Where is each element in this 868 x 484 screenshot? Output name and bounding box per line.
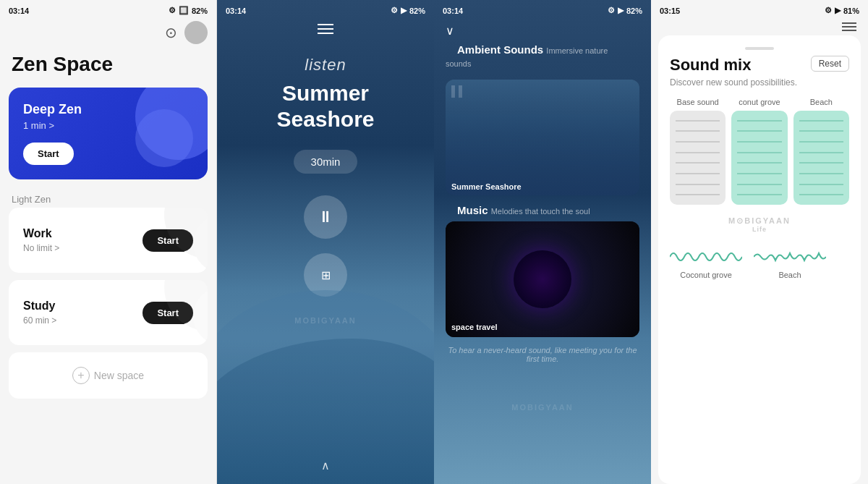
coconut-wave-svg: [670, 246, 742, 268]
sound-col-base: Base sound: [670, 98, 726, 205]
watermark-p4: M⊙BIGYAAN Life: [670, 216, 849, 233]
notification-icon: 🔲: [179, 6, 189, 15]
base-sound-bar[interactable]: [670, 111, 726, 205]
summer-seashore-inner: ▌▌ Summer Seashore: [446, 80, 639, 195]
chevron-down[interactable]: ∨: [434, 18, 651, 43]
study-card-bg: [135, 280, 208, 345]
status-icons-p3: ⚙ ▶ 82%: [608, 6, 642, 15]
beach-label: Beach: [810, 98, 833, 106]
settings-icon-p4: ⚙: [825, 6, 832, 15]
settings-icon: ⚙: [169, 6, 176, 15]
deep-zen-time: 1 min >: [23, 120, 193, 131]
time-p4: 03:15: [660, 7, 680, 15]
sound-mix-card: Sound mix Reset Discover new sound possi…: [658, 35, 861, 484]
panel-listen: 03:14 ⚙ ▶ 82% listen SummerSeashore 30mi…: [217, 0, 434, 484]
ambient-cards-row: ▌▌ Summer Seashore: [434, 74, 651, 201]
sound-col-beach: Beach: [793, 98, 849, 205]
sound-col-coconut: conut grove: [731, 98, 787, 205]
waveform-section: Coconut grove Beach: [670, 240, 849, 285]
up-arrow[interactable]: ∧: [321, 459, 330, 472]
panel-zen-space: 03:14 ⚙ 🔲 82% ⊙ Zen Space Deep Zen 1 min…: [0, 0, 217, 484]
sound-mix-subtitle: Discover new sound possibilities.: [670, 77, 849, 88]
new-space-card[interactable]: + New space: [9, 352, 208, 399]
deep-zen-card: Deep Zen 1 min > Start: [9, 88, 208, 179]
panel-ambient: 03:14 ⚙ ▶ 82% ∨ Ambient Sounds Immersive…: [434, 0, 651, 484]
page-title: Zen Space: [0, 50, 216, 88]
space-travel-card[interactable]: space travel: [446, 221, 639, 337]
time-p1: 03:14: [9, 7, 29, 15]
status-icons-p1: ⚙ 🔲 82%: [169, 6, 208, 15]
reset-button[interactable]: Reset: [811, 56, 849, 72]
music-title: Music Melodies that touch the soul: [446, 201, 602, 218]
battery-p1: 82%: [192, 7, 208, 15]
time-p3: 03:14: [443, 7, 463, 15]
work-card-name: Work: [23, 227, 59, 240]
avatar[interactable]: [184, 21, 208, 44]
coconut-sound-bar[interactable]: [731, 111, 787, 205]
settings-icon-p3: ⚙: [608, 6, 615, 15]
deep-zen-name: Deep Zen: [23, 102, 193, 117]
beach-sound-bar[interactable]: [793, 111, 849, 205]
watermark-p2: MOBIGYAAN: [294, 316, 356, 325]
p1-header-icons: ⊙: [0, 18, 216, 50]
status-bar-p4: 03:15 ⚙ ▶ 81%: [651, 0, 868, 18]
cast-icon-p4: ▶: [835, 6, 841, 15]
music-subtitle: Melodies that touch the soul: [491, 207, 590, 216]
sound-mix-header: Sound mix Reset: [670, 56, 849, 75]
bottom-quote: To hear a never-heard sound, like meetin…: [434, 337, 651, 372]
deep-zen-start-button[interactable]: Start: [23, 143, 74, 165]
light-zen-label: Light Zen: [0, 188, 216, 208]
p4-menu-lines[interactable]: [842, 22, 856, 31]
ambient-section-header: Ambient Sounds Immersive nature sounds: [434, 43, 651, 74]
drag-handle: [670, 47, 849, 50]
new-space-label: New space: [94, 370, 144, 381]
battery-p3: 82%: [626, 7, 642, 15]
coconut-waveform: Coconut grove: [670, 246, 742, 279]
summer-seashore-card[interactable]: ▌▌ Summer Seashore: [446, 80, 639, 195]
plus-icon: +: [72, 367, 90, 384]
ambient-title: Ambient Sounds Immersive nature sounds: [446, 41, 608, 70]
beach-wave-svg: [754, 246, 826, 268]
cast-icon-p3: ▶: [618, 6, 624, 15]
p4-menu: [651, 18, 868, 35]
status-icons-p4: ⚙ ▶ 81%: [825, 6, 859, 15]
music-section-header: Music Melodies that touch the soul: [434, 201, 651, 221]
status-bar-p1: 03:14 ⚙ 🔲 82%: [0, 0, 216, 18]
waveform-row: Coconut grove Beach: [670, 240, 849, 285]
work-card: Work No limit > Start: [9, 208, 208, 273]
space-travel-label: space travel: [451, 323, 498, 331]
music-cards-row: space travel: [434, 221, 651, 337]
work-card-bg: [135, 208, 208, 273]
watermark-p3: MOBIGYAAN: [511, 403, 573, 412]
coconut-label: conut grove: [739, 98, 780, 106]
seashore-label: Summer Seashore: [451, 182, 522, 191]
base-sound-label: Base sound: [677, 98, 719, 106]
sound-columns: Base sound conut grove: [670, 98, 849, 205]
work-card-sub: No limit >: [23, 243, 59, 253]
drag-pill: [745, 47, 774, 50]
study-card: Study 60 min > Start: [9, 280, 208, 345]
panel-sound-mix: 03:15 ⚙ ▶ 81% Sound mix Reset Discover n…: [651, 0, 868, 484]
sound-mix-title: Sound mix: [670, 56, 751, 75]
beach-wave-label: Beach: [778, 271, 801, 279]
coconut-wave-label: Coconut grove: [680, 271, 732, 279]
study-card-sub: 60 min >: [23, 315, 56, 326]
beach-waveform: Beach: [754, 246, 826, 279]
study-card-name: Study: [23, 300, 56, 313]
battery-p4: 81%: [843, 7, 859, 15]
camera-icon[interactable]: ⊙: [165, 24, 177, 41]
status-bar-p3: 03:14 ⚙ ▶ 82%: [434, 0, 651, 18]
